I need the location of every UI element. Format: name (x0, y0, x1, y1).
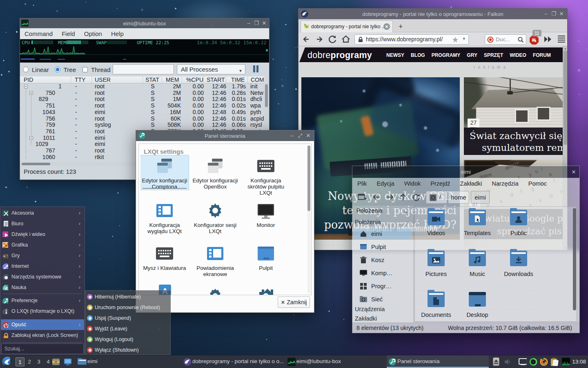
site-nav-link[interactable]: WIDEO (510, 52, 526, 58)
menu-category[interactable]: Grafika› (1, 240, 84, 250)
scrollbar-thumb[interactable] (265, 84, 268, 107)
minimize-button[interactable]: – (542, 11, 550, 16)
tree-expander[interactable] (24, 85, 28, 88)
process-row[interactable]: 1043-eimiS16M0.0012:480.49spyth (20, 109, 264, 116)
scrollbar-thumb[interactable] (22, 163, 50, 165)
sidebar-place-item[interactable]: eimi (353, 229, 412, 239)
leave-submenu-item[interactable]: Wyloguj (Logout) (86, 334, 170, 345)
menu-category[interactable]: Gry› (1, 250, 84, 261)
maximize-button[interactable]: ❐ (550, 11, 558, 16)
column-header[interactable]: TIME (227, 76, 248, 83)
site-nav-link[interactable]: BLOG (411, 52, 425, 58)
forward-button[interactable] (315, 34, 324, 45)
screen-tray-icon[interactable] (519, 358, 527, 366)
sidebar-group-label[interactable]: Zakładki (355, 315, 377, 322)
menu-category[interactable]: Biuro› (1, 218, 84, 229)
taskbar-clock[interactable]: 13:08 (572, 359, 586, 365)
menu-category[interactable]: Nauka› (1, 282, 84, 293)
settings-item[interactable]: Pulpit (242, 243, 290, 271)
home-button[interactable] (341, 34, 351, 45)
qps-close-button[interactable]: ✕ (260, 20, 268, 26)
leave-submenu-item[interactable]: Wyjdź (Leave) (86, 323, 170, 334)
fm-menu-item[interactable]: Widok (399, 180, 425, 187)
column-header[interactable]: USER (91, 76, 143, 83)
sync-tray-icon[interactable] (540, 358, 548, 366)
workspace-button[interactable]: 4 (44, 357, 53, 366)
display-icon[interactable] (64, 358, 72, 366)
leave-submenu-item[interactable]: Wyłącz (Shutdown) (86, 345, 170, 355)
qps-menu-field[interactable]: Field (57, 30, 80, 37)
sidebar-place-item[interactable]: Sieć (353, 294, 412, 305)
recorder-tray-icon[interactable] (529, 358, 537, 366)
article-house-headline[interactable]: Świat zachwycił się po symulatorem rem (464, 128, 564, 155)
taskbar-task-button[interactable]: eimi (77, 355, 179, 368)
qps-menu-help[interactable]: Help (107, 30, 128, 37)
qps-menu-command[interactable]: Command (20, 30, 57, 37)
process-row[interactable]: 829-rootS1M0.0012:460.01sdhcli (20, 96, 264, 103)
control-panel-titlebar[interactable]: Panel sterowania – ⤢ ✕ (136, 130, 314, 141)
site-nav-link[interactable]: SPRZĘT (484, 52, 503, 58)
file-icon-item[interactable]: Downloads (498, 249, 539, 277)
reload-icon[interactable] (412, 193, 421, 202)
new-tab-icon[interactable] (358, 193, 367, 202)
leave-submenu-item[interactable]: Uruchom ponownie (Reboot) (86, 302, 170, 313)
network-graph-tray-icon[interactable] (562, 358, 570, 366)
settings-item[interactable]: Konfiguracja wyglądu LXQt (140, 200, 189, 234)
file-icon-item[interactable]: Public (498, 208, 539, 236)
file-icon-item[interactable]: Videos (416, 208, 457, 236)
pause-button[interactable] (252, 65, 259, 72)
menu-category[interactable]: Dźwięk i wideo› (1, 229, 84, 240)
close-button[interactable]: ✕ (570, 169, 578, 175)
fm-menu-item[interactable]: Narzędzia (487, 180, 523, 187)
new-tab-button[interactable]: + (399, 22, 403, 31)
menu-item[interactable]: O LXQt (Informacje o LXQt) (1, 306, 84, 316)
taskbar-task-button[interactable]: eimi@lubuntu-box (286, 355, 386, 368)
qps-titlebar[interactable]: eimi@lubuntu-box –❐✕ (20, 18, 269, 28)
settings-item[interactable]: Konfigurator sesji LXQt (191, 200, 239, 234)
back-icon[interactable] (372, 193, 381, 202)
settings-scrollbar[interactable] (307, 146, 310, 293)
settings-item[interactable]: Mysz i Klawiatura (140, 243, 189, 271)
column-header[interactable]: MEM (162, 76, 182, 83)
site-nav-link[interactable]: PROGRAMY (432, 52, 461, 58)
settings-item[interactable] (242, 284, 290, 295)
settings-item[interactable]: Powiadomienia ekranowe (191, 243, 239, 277)
menu-category[interactable]: Narzędzia systemowe› (1, 272, 84, 282)
eject-button[interactable] (493, 357, 499, 366)
column-header[interactable]: PID (20, 76, 71, 83)
browser-tab[interactable]: dobreprogramy - portal nie tylko ... (301, 20, 393, 32)
fm-scrollbar[interactable] (573, 208, 576, 310)
column-header[interactable]: TTY (71, 76, 92, 83)
menu-category[interactable]: Internet› (1, 261, 84, 272)
process-scope-select[interactable]: All Processes▾ (177, 64, 245, 74)
leave-submenu-item[interactable]: Uśpij (Suspend) (86, 313, 170, 323)
process-row[interactable]: 756-rootS60K0.0012:460.01sacpid (20, 116, 264, 122)
close-button[interactable]: ✕ (557, 11, 566, 16)
process-row[interactable]: 750-rootS2M0.0012:460.26sNetw (20, 90, 264, 96)
leave-submenu-item[interactable]: Hibernuj (Hibernate) (86, 292, 170, 302)
settings-item[interactable]: Konfiguracja skrótów pulpitu LXQt (242, 155, 290, 196)
sidebar-mode-select[interactable]: Położenia⌄ (353, 206, 412, 216)
close-dialog-button[interactable]: ✕ Zamknij (278, 296, 310, 308)
process-row[interactable]: 751-rootS504K0.0012:460.02swpa (20, 103, 264, 109)
search-bar[interactable]: Duc... (485, 34, 526, 45)
workspace-button[interactable]: 1 (16, 357, 24, 366)
fm-menu-item[interactable]: Edycja (372, 180, 399, 187)
linear-radio[interactable] (23, 67, 29, 72)
adblock-icon[interactable] (529, 35, 539, 45)
tab-close-icon[interactable] (383, 23, 390, 30)
back-button[interactable] (302, 34, 311, 45)
menu-item[interactable]: Zablokuj ekran (Lock Screen) (1, 330, 84, 341)
settings-item[interactable]: Edytor konfiguracji Comptona (140, 155, 189, 190)
menu-search-input[interactable]: Szukaj... (1, 343, 84, 354)
menu-hamburger-icon[interactable] (557, 35, 566, 44)
column-header[interactable]: %CPU (183, 76, 204, 83)
minimize-button[interactable]: – (288, 133, 296, 138)
scrollbar-thumb[interactable] (573, 208, 576, 310)
process-row[interactable]: 759-syslogS508K0.0012:460.06srsysl (20, 122, 264, 128)
up-icon[interactable] (399, 193, 407, 202)
scrollbar-thumb[interactable] (564, 51, 567, 145)
volume-muted-icon[interactable] (504, 358, 512, 366)
site-nav-link[interactable]: FORUM (533, 52, 551, 58)
fm-titlebar[interactable]: eimi ✕ (352, 166, 579, 178)
